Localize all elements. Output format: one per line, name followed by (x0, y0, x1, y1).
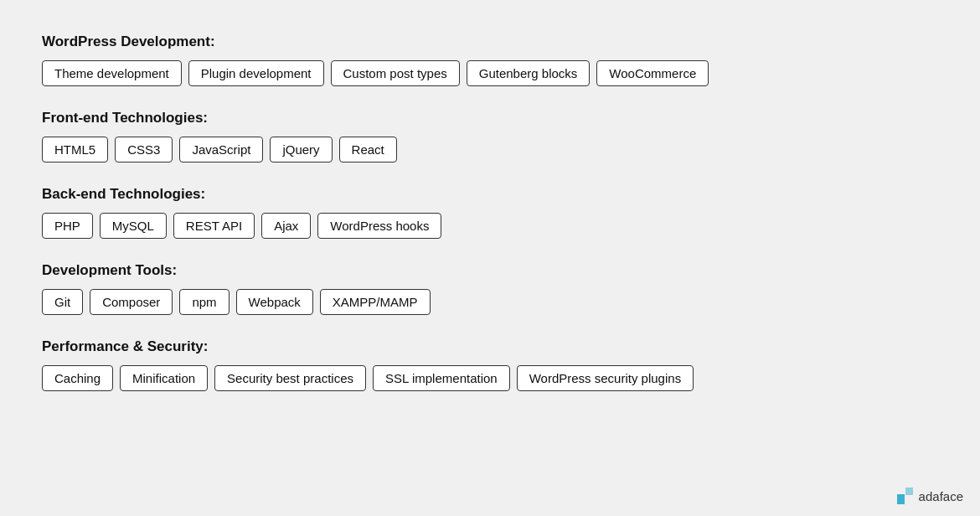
section-title-backend-technologies: Back-end Technologies: (42, 186, 938, 203)
tag-item: WordPress security plugins (517, 365, 694, 391)
tag-item: Gutenberg blocks (467, 60, 591, 86)
section-backend-technologies: Back-end Technologies:PHPMySQLREST APIAj… (42, 186, 938, 239)
tags-development-tools: GitComposernpmWebpackXAMPP/MAMP (42, 289, 938, 315)
tag-item: Ajax (261, 213, 311, 239)
section-title-performance-security: Performance & Security: (42, 338, 938, 355)
section-title-frontend-technologies: Front-end Technologies: (42, 110, 938, 126)
tags-backend-technologies: PHPMySQLREST APIAjaxWordPress hooks (42, 213, 938, 239)
tag-item: Webpack (236, 289, 313, 315)
tag-item: XAMPP/MAMP (320, 289, 431, 315)
tag-item: WordPress hooks (317, 213, 441, 239)
adaface-logo-icon (897, 488, 914, 504)
tags-wordpress-development: Theme developmentPlugin developmentCusto… (42, 60, 938, 86)
section-title-development-tools: Development Tools: (42, 262, 938, 279)
tag-item: Custom post types (331, 60, 460, 86)
svg-rect-0 (897, 494, 905, 504)
section-title-wordpress-development: WordPress Development: (42, 34, 938, 50)
tag-item: WooCommerce (596, 60, 709, 86)
section-frontend-technologies: Front-end Technologies:HTML5CSS3JavaScri… (42, 110, 938, 163)
tag-item: Caching (42, 365, 113, 391)
tag-item: JavaScript (179, 137, 263, 163)
tag-item: npm (179, 289, 229, 315)
tag-item: Git (42, 289, 83, 315)
tag-item: HTML5 (42, 137, 108, 163)
tag-item: jQuery (270, 137, 332, 163)
tag-item: Composer (90, 289, 173, 315)
tags-performance-security: CachingMinificationSecurity best practic… (42, 365, 938, 391)
brand-name-label: adaface (919, 489, 963, 503)
tag-item: REST API (173, 213, 255, 239)
section-performance-security: Performance & Security:CachingMinificati… (42, 338, 938, 391)
tag-item: Theme development (42, 60, 182, 86)
tag-item: CSS3 (115, 137, 173, 163)
tag-item: SSL implementation (373, 365, 510, 391)
tag-item: MySQL (100, 213, 167, 239)
branding: adaface (897, 488, 963, 504)
tags-frontend-technologies: HTML5CSS3JavaScriptjQueryReact (42, 137, 938, 163)
tag-item: Security best practices (214, 365, 366, 391)
tag-item: PHP (42, 213, 93, 239)
tag-item: Plugin development (188, 60, 324, 86)
tag-item: Minification (120, 365, 208, 391)
svg-rect-1 (905, 488, 913, 495)
section-development-tools: Development Tools:GitComposernpmWebpackX… (42, 262, 938, 315)
section-wordpress-development: WordPress Development:Theme developmentP… (42, 34, 938, 86)
tag-item: React (339, 137, 397, 163)
